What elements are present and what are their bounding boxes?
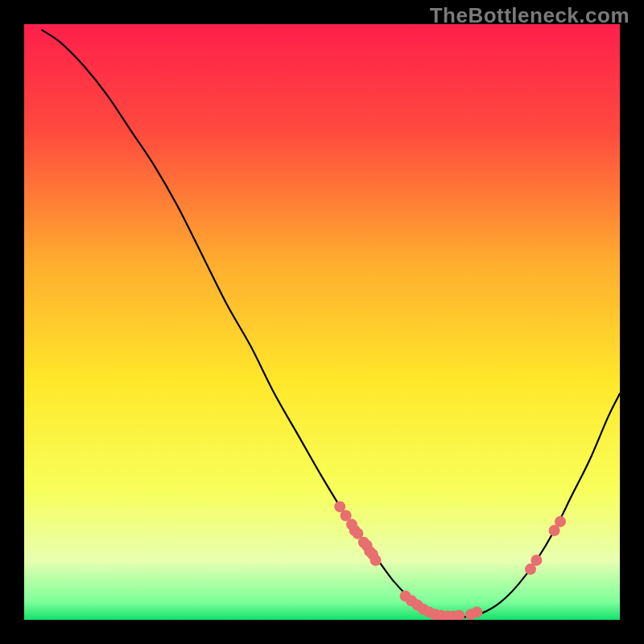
- plot-area: [24, 24, 620, 620]
- chart-frame: TheBottleneck.com: [0, 0, 644, 644]
- gradient-background: [24, 24, 620, 620]
- data-point: [530, 555, 542, 566]
- data-point: [555, 516, 566, 527]
- data-point: [370, 555, 382, 566]
- chart-svg: [24, 24, 620, 620]
- data-point: [471, 606, 482, 617]
